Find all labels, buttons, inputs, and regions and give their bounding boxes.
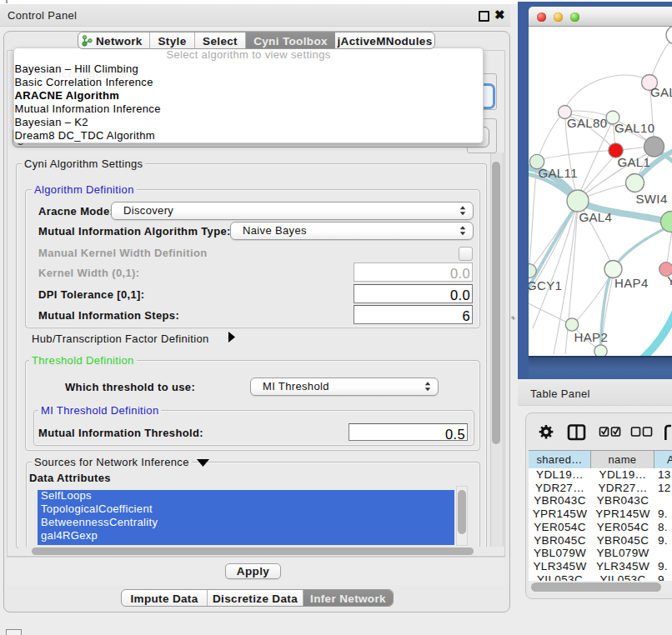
svg-text:YM: YM (667, 273, 672, 288)
svg-text:GAL10: GAL10 (614, 121, 654, 135)
svg-text:GAL2: GAL2 (650, 85, 672, 99)
svg-text:SWI4: SWI4 (636, 192, 668, 206)
svg-text:GCY1: GCY1 (529, 278, 562, 292)
svg-text:GAL4: GAL4 (579, 210, 613, 224)
svg-text:HAP2: HAP2 (574, 330, 609, 344)
svg-text:GAL11: GAL11 (539, 166, 578, 180)
svg-text:HAP4: HAP4 (614, 276, 649, 290)
svg-text:GAL80: GAL80 (567, 116, 607, 130)
svg-text:GAL1: GAL1 (618, 155, 651, 169)
